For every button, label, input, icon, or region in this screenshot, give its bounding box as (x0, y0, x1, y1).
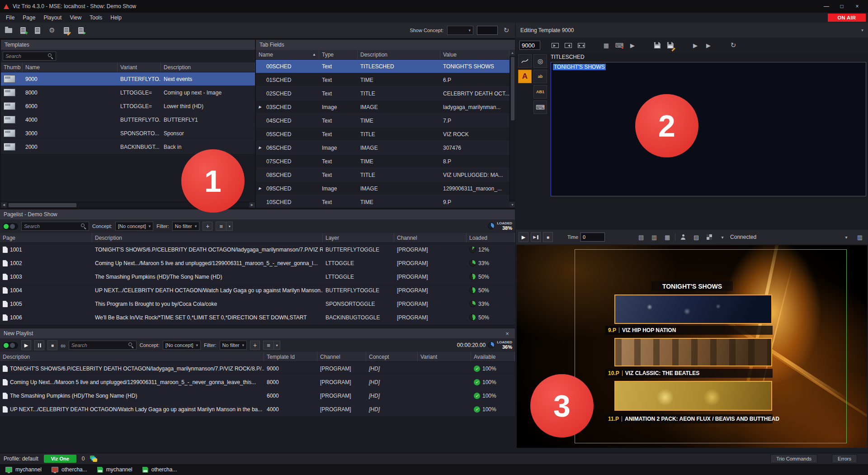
alpha-preview-button[interactable] (704, 232, 715, 242)
templates-search-input[interactable] (5, 53, 46, 59)
col-description[interactable]: Description (0, 352, 264, 361)
open-folder-button[interactable] (4, 25, 14, 35)
scrollbar-thumb[interactable] (511, 57, 514, 120)
view-mode-button[interactable]: ≡▾ (263, 341, 280, 350)
expand-icon[interactable]: ▶ (259, 105, 264, 109)
col-name[interactable]: Name▲ (256, 50, 319, 59)
menu-help[interactable]: Help (106, 13, 126, 22)
playlist-row[interactable]: Coming Up Next.../Maroon 5 live and unpl… (0, 375, 515, 389)
menu-page[interactable]: Page (19, 13, 39, 22)
pagelist-row[interactable]: 1003 The Smashing Pumpkins (HD)/The Song… (0, 270, 515, 284)
close-button[interactable]: × (850, 1, 864, 11)
field-value-text[interactable]: TONIGHT'S SHOWS (553, 64, 606, 70)
scroll-left-icon[interactable]: ◀ (1, 202, 7, 208)
chevron-down-icon[interactable]: ▾ (861, 28, 863, 33)
col-description[interactable]: Description (358, 50, 440, 59)
filter-dropdown[interactable]: No filter▾ (172, 222, 199, 231)
autopreview-toggle[interactable] (3, 342, 18, 349)
settings-button[interactable]: ⚙ (47, 25, 57, 35)
safe-area-toggle-icon[interactable]: ▥ (649, 232, 660, 242)
template-row[interactable]: 3000 SPONSORTO... Sponsor (1, 127, 255, 140)
menu-file[interactable]: File (2, 13, 19, 22)
col-type[interactable]: Type (319, 50, 358, 59)
col-description[interactable]: Description (92, 233, 323, 242)
text-style-tool-button[interactable]: ab (533, 70, 547, 83)
edit-page-button[interactable] (61, 25, 71, 35)
refresh-button[interactable]: ↻ (728, 40, 739, 51)
tab-field-row[interactable]: 08SCHED Text TITLE VIZ UNPLUGGED: MA... (256, 168, 509, 182)
tab-field-row[interactable]: 05SCHED Text TITLE VIZ ROCK (256, 128, 509, 141)
refresh-concept-button[interactable]: ↻ (501, 25, 511, 35)
draw-tool-button[interactable] (518, 54, 532, 68)
close-playlist-icon[interactable]: × (503, 330, 511, 337)
menu-view[interactable]: View (66, 13, 85, 22)
keyboard-tool-button[interactable]: ⌨ (533, 100, 547, 114)
select-tool-button[interactable]: ◎ (533, 54, 547, 68)
playlist-row[interactable]: The Smashing Pumpkins (HD)/The Song Name… (0, 389, 515, 403)
tab-field-row[interactable]: 02SCHED Text TITLE CELEBRITY DEATH OCT..… (256, 87, 509, 100)
concept-filter-input[interactable] (477, 26, 498, 35)
col-variant[interactable]: Variant (418, 352, 471, 361)
minimize-button[interactable]: — (819, 1, 834, 11)
media-browser-button[interactable]: ▦ (601, 40, 612, 51)
channel-item[interactable]: othercha... (52, 466, 87, 473)
preview-play-button[interactable]: ▶ (519, 232, 528, 242)
rgb-preview-icon[interactable]: ▨ (691, 232, 702, 242)
col-concept[interactable]: Concept (366, 352, 418, 361)
channel-item[interactable]: othercha... (142, 466, 177, 473)
col-channel[interactable]: Channel (317, 352, 366, 361)
take-out-button[interactable] (563, 40, 574, 51)
preview-menu-dropdown[interactable]: ▾ (841, 232, 852, 242)
scroll-down-icon[interactable]: ▼ (509, 202, 515, 208)
pagelist-search[interactable] (21, 222, 89, 231)
playlist-search-input[interactable] (71, 342, 127, 348)
view-mode-button[interactable]: ≡▾ (216, 222, 233, 231)
concept-dropdown[interactable]: [No concept]▾ (115, 222, 153, 231)
tab-field-row[interactable]: ▶06SCHED Image IMAGE 307476 (256, 141, 509, 155)
preview-stop-button[interactable]: ■ (543, 232, 553, 242)
new-page-button[interactable] (18, 25, 28, 35)
col-channel[interactable]: Channel (394, 233, 467, 242)
filter-dropdown[interactable]: No filter▾ (220, 341, 247, 350)
read-template-button[interactable]: ▶ (690, 40, 701, 51)
pagelist-row[interactable]: 1005 This Program Is Brought to you by/C… (0, 297, 515, 311)
preview-size-dropdown[interactable]: ▾ (717, 232, 728, 242)
template-row[interactable]: 8000 LTTOGGLE= Coming up next - Image (1, 86, 255, 100)
col-page[interactable]: Page (0, 233, 92, 242)
tab-field-row[interactable]: 10SCHED Text TIME 9.P (256, 195, 509, 208)
editor-canvas[interactable]: TONIGHT'S SHOWS (551, 62, 866, 196)
key-preview-button[interactable] (678, 232, 689, 242)
list-view-icon[interactable]: ≡ (216, 222, 226, 231)
viz-one-badge[interactable]: Viz One (44, 455, 76, 463)
import-pages-button[interactable] (33, 25, 42, 35)
col-loaded[interactable]: Loaded (467, 233, 515, 242)
expand-icon[interactable]: ▶ (259, 146, 264, 150)
stop-button[interactable]: ■ (47, 340, 57, 350)
col-available[interactable]: Available (471, 352, 515, 361)
col-value[interactable]: Value (440, 50, 509, 59)
character-tool-button[interactable]: A (518, 70, 532, 83)
pagelist-row[interactable]: 1006 We'll Be Back In/Viz Rock/*TIME SET… (0, 311, 515, 324)
autopreview-toggle[interactable] (3, 223, 18, 230)
save-button[interactable] (652, 40, 663, 51)
channel-item[interactable]: mychannel (5, 466, 42, 473)
title-area-toggle-icon[interactable]: ▤ (636, 232, 646, 242)
col-description[interactable]: Description (161, 62, 255, 72)
template-row[interactable]: 9000 BUTTERFLYTO... Next events (1, 72, 255, 86)
playlist-search[interactable] (69, 341, 137, 350)
tab-field-row[interactable]: ▶09SCHED Image IMAGE 1299006311_maroon_.… (256, 182, 509, 195)
export-page-button[interactable] (76, 25, 86, 35)
bounding-box-toggle-icon[interactable]: ▦ (662, 232, 673, 242)
detach-preview-icon[interactable]: ▥ (854, 232, 865, 242)
edit-script-button[interactable]: ▶ (703, 40, 714, 51)
template-row[interactable]: 6000 LTTOGGLE= Lower third (HD) (1, 100, 255, 113)
scroll-up-icon[interactable]: ▲ (509, 50, 515, 56)
tab-field-row[interactable]: 04SCHED Text TIME 7.P (256, 114, 509, 128)
errors-button[interactable]: Errors (832, 454, 857, 463)
pause-button[interactable] (34, 340, 44, 350)
take-in-button[interactable] (550, 40, 561, 51)
pagelist-row[interactable]: 1002 Coming Up Next.../Maroon 5 live and… (0, 256, 515, 270)
tab-fields-vertical-scrollbar[interactable]: ▲ ▼ (509, 50, 515, 208)
menu-playout[interactable]: Playout (39, 13, 66, 22)
template-row[interactable]: 4000 BUTTERFLYTO... BUTTERFLY1 (1, 113, 255, 127)
